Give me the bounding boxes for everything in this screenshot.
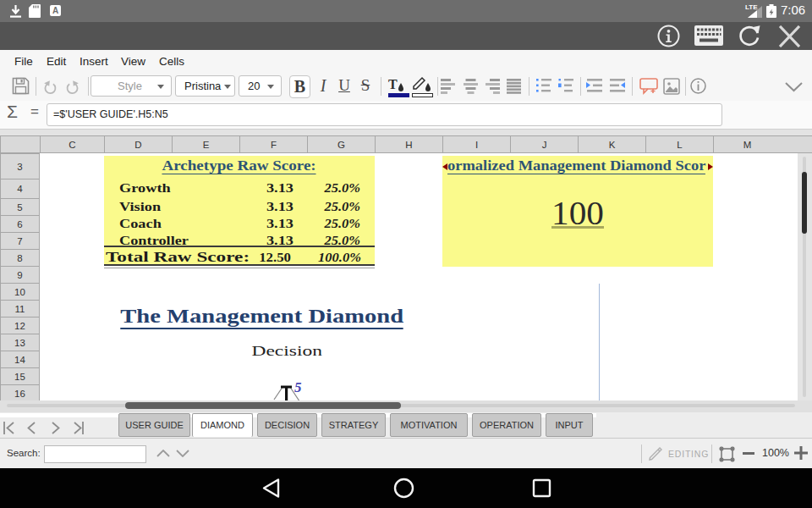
svg-text:5: 5 <box>294 379 302 395</box>
